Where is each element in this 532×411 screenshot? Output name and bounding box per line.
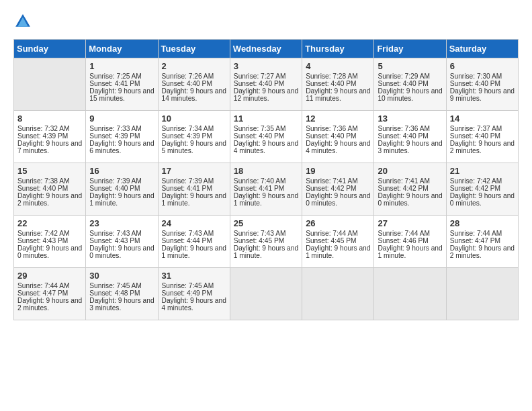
day-number: 28 <box>450 218 515 228</box>
daylight-text: Daylight: 9 hours and 12 minutes. <box>234 87 299 102</box>
daylight-text: Daylight: 9 hours and 1 minute. <box>162 192 227 207</box>
column-header-thursday: Thursday <box>302 40 374 58</box>
calendar-cell: 11Sunrise: 7:35 AMSunset: 4:40 PMDayligh… <box>230 111 302 163</box>
day-number: 22 <box>17 218 83 228</box>
sunset-text: Sunset: 4:40 PM <box>162 80 227 87</box>
daylight-text: Daylight: 9 hours and 1 minute. <box>378 244 443 259</box>
column-header-sunday: Sunday <box>14 40 86 58</box>
calendar-cell: 16Sunrise: 7:39 AMSunset: 4:40 PMDayligh… <box>86 163 158 216</box>
calendar-cell <box>230 268 302 320</box>
calendar-cell: 17Sunrise: 7:39 AMSunset: 4:41 PMDayligh… <box>158 163 230 216</box>
calendar-cell: 31Sunrise: 7:45 AMSunset: 4:49 PMDayligh… <box>158 268 230 320</box>
sunrise-text: Sunrise: 7:44 AM <box>378 230 443 237</box>
calendar-cell: 12Sunrise: 7:36 AMSunset: 4:40 PMDayligh… <box>302 111 374 163</box>
daylight-text: Daylight: 9 hours and 0 minutes. <box>17 244 83 259</box>
calendar-cell <box>302 268 374 320</box>
daylight-text: Daylight: 9 hours and 14 minutes. <box>162 87 227 102</box>
sunrise-text: Sunrise: 7:29 AM <box>378 73 443 80</box>
sunrise-text: Sunrise: 7:26 AM <box>162 73 227 80</box>
sunset-text: Sunset: 4:42 PM <box>450 185 515 192</box>
day-number: 18 <box>234 166 299 176</box>
sunset-text: Sunset: 4:42 PM <box>378 185 443 192</box>
daylight-text: Daylight: 9 hours and 5 minutes. <box>162 140 227 154</box>
calendar-cell: 22Sunrise: 7:42 AMSunset: 4:43 PMDayligh… <box>14 216 86 268</box>
sunrise-text: Sunrise: 7:43 AM <box>89 230 154 237</box>
sunset-text: Sunset: 4:40 PM <box>450 132 515 140</box>
calendar-cell: 10Sunrise: 7:34 AMSunset: 4:39 PMDayligh… <box>158 111 230 163</box>
sunrise-text: Sunrise: 7:35 AM <box>234 125 299 132</box>
sunset-text: Sunset: 4:40 PM <box>378 132 443 140</box>
daylight-text: Daylight: 9 hours and 4 minutes. <box>306 140 371 154</box>
header-row: SundayMondayTuesdayWednesdayThursdayFrid… <box>14 40 519 58</box>
calendar-cell: 2Sunrise: 7:26 AMSunset: 4:40 PMDaylight… <box>158 58 230 111</box>
sunrise-text: Sunrise: 7:27 AM <box>234 73 299 80</box>
calendar-cell: 27Sunrise: 7:44 AMSunset: 4:46 PMDayligh… <box>374 216 446 268</box>
day-number: 5 <box>378 61 443 71</box>
daylight-text: Daylight: 9 hours and 1 minute. <box>306 244 371 259</box>
sunset-text: Sunset: 4:47 PM <box>17 289 83 297</box>
daylight-text: Daylight: 9 hours and 1 minute. <box>162 244 227 259</box>
calendar-cell: 30Sunrise: 7:45 AMSunset: 4:48 PMDayligh… <box>86 268 158 320</box>
sunrise-text: Sunrise: 7:43 AM <box>162 230 227 237</box>
sunrise-text: Sunrise: 7:28 AM <box>306 73 371 80</box>
daylight-text: Daylight: 9 hours and 7 minutes. <box>17 140 83 154</box>
daylight-text: Daylight: 9 hours and 3 minutes. <box>89 297 154 312</box>
sunset-text: Sunset: 4:39 PM <box>162 132 227 140</box>
sunset-text: Sunset: 4:40 PM <box>89 185 154 192</box>
calendar-cell: 25Sunrise: 7:43 AMSunset: 4:45 PMDayligh… <box>230 216 302 268</box>
sunrise-text: Sunrise: 7:44 AM <box>306 230 371 237</box>
column-header-saturday: Saturday <box>446 40 518 58</box>
sunset-text: Sunset: 4:49 PM <box>162 289 227 297</box>
daylight-text: Daylight: 9 hours and 4 minutes. <box>234 140 299 154</box>
sunrise-text: Sunrise: 7:36 AM <box>306 125 371 132</box>
day-number: 25 <box>234 218 299 228</box>
calendar-cell: 6Sunrise: 7:30 AMSunset: 4:40 PMDaylight… <box>446 58 518 111</box>
day-number: 1 <box>89 61 154 71</box>
calendar-cell: 4Sunrise: 7:28 AMSunset: 4:40 PMDaylight… <box>302 58 374 111</box>
sunrise-text: Sunrise: 7:42 AM <box>17 230 83 237</box>
day-number: 29 <box>17 271 83 281</box>
calendar-table: SundayMondayTuesdayWednesdayThursdayFrid… <box>13 39 519 320</box>
daylight-text: Daylight: 9 hours and 6 minutes. <box>89 140 154 154</box>
day-number: 14 <box>450 113 515 124</box>
sunset-text: Sunset: 4:41 PM <box>89 80 154 87</box>
calendar-cell: 15Sunrise: 7:38 AMSunset: 4:40 PMDayligh… <box>14 163 86 216</box>
daylight-text: Daylight: 9 hours and 11 minutes. <box>306 87 371 102</box>
sunset-text: Sunset: 4:39 PM <box>17 132 83 140</box>
daylight-text: Daylight: 9 hours and 1 minute. <box>89 192 154 207</box>
calendar-cell: 21Sunrise: 7:42 AMSunset: 4:42 PMDayligh… <box>446 163 518 216</box>
day-number: 30 <box>89 271 154 281</box>
sunset-text: Sunset: 4:40 PM <box>378 80 443 87</box>
day-number: 6 <box>450 61 515 71</box>
day-number: 10 <box>162 113 227 124</box>
column-header-tuesday: Tuesday <box>158 40 230 58</box>
sunset-text: Sunset: 4:47 PM <box>450 237 515 244</box>
sunset-text: Sunset: 4:40 PM <box>306 132 371 140</box>
sunrise-text: Sunrise: 7:40 AM <box>234 177 299 185</box>
daylight-text: Daylight: 9 hours and 2 minutes. <box>17 297 83 312</box>
day-number: 31 <box>162 271 227 281</box>
sunset-text: Sunset: 4:42 PM <box>306 185 371 192</box>
calendar-cell: 8Sunrise: 7:32 AMSunset: 4:39 PMDaylight… <box>14 111 86 163</box>
calendar-cell: 14Sunrise: 7:37 AMSunset: 4:40 PMDayligh… <box>446 111 518 163</box>
week-row: 29Sunrise: 7:44 AMSunset: 4:47 PMDayligh… <box>14 268 519 320</box>
daylight-text: Daylight: 9 hours and 0 minutes. <box>89 244 154 259</box>
sunrise-text: Sunrise: 7:32 AM <box>17 125 83 132</box>
logo-icon <box>13 12 32 31</box>
daylight-text: Daylight: 9 hours and 3 minutes. <box>378 140 443 154</box>
sunrise-text: Sunrise: 7:38 AM <box>17 177 83 185</box>
sunset-text: Sunset: 4:45 PM <box>306 237 371 244</box>
sunset-text: Sunset: 4:41 PM <box>234 185 299 192</box>
sunset-text: Sunset: 4:43 PM <box>89 237 154 244</box>
day-number: 9 <box>89 113 154 124</box>
daylight-text: Daylight: 9 hours and 1 minute. <box>234 244 299 259</box>
week-row: 8Sunrise: 7:32 AMSunset: 4:39 PMDaylight… <box>14 111 519 163</box>
day-number: 15 <box>17 166 83 176</box>
daylight-text: Daylight: 9 hours and 2 minutes. <box>17 192 83 207</box>
week-row: 15Sunrise: 7:38 AMSunset: 4:40 PMDayligh… <box>14 163 519 216</box>
calendar-cell <box>14 58 86 111</box>
daylight-text: Daylight: 9 hours and 15 minutes. <box>89 87 154 102</box>
calendar-cell: 5Sunrise: 7:29 AMSunset: 4:40 PMDaylight… <box>374 58 446 111</box>
sunrise-text: Sunrise: 7:30 AM <box>450 73 515 80</box>
day-number: 16 <box>89 166 154 176</box>
